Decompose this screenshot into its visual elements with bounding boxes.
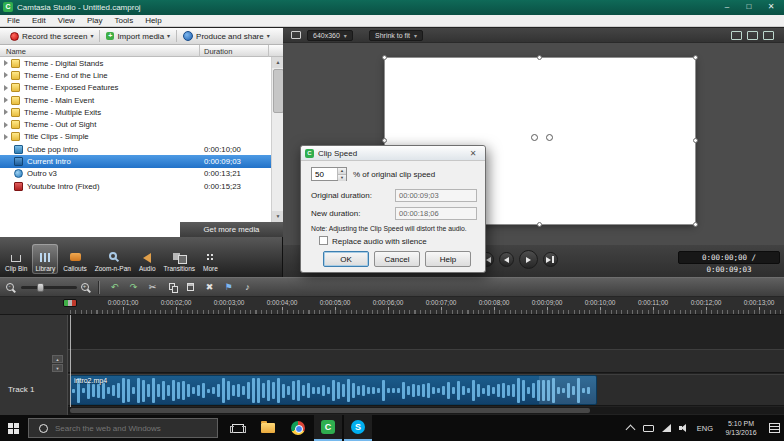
fullscreen-icon[interactable] — [763, 31, 774, 40]
tab-clip-bin[interactable]: Clip Bin — [2, 244, 30, 274]
editing-dimensions-dropdown[interactable]: 640x360 ▾ — [307, 30, 353, 41]
rotate-handle[interactable] — [546, 134, 553, 141]
resize-handle[interactable] — [693, 55, 698, 60]
library-item[interactable]: Youtube Intro (Fixed)0:00:15;23 — [0, 180, 271, 192]
dialog-close-icon[interactable]: ✕ — [466, 148, 480, 159]
zoom-in-icon[interactable]: + — [81, 283, 89, 291]
touch-keyboard-button[interactable] — [640, 415, 656, 441]
dialog-title-bar[interactable]: C Clip Speed ✕ — [301, 146, 485, 161]
undo-icon[interactable]: ↶ — [106, 280, 123, 295]
menu-help[interactable]: Help — [145, 16, 161, 25]
action-center-button[interactable] — [766, 415, 782, 441]
timeline-clip[interactable]: intro2.mp4 — [70, 375, 597, 405]
expand-icon[interactable] — [4, 72, 8, 78]
tab-callouts[interactable]: Callouts — [60, 244, 89, 274]
library-item[interactable]: Theme - Digital Stands — [0, 57, 271, 69]
tab-more[interactable]: More — [200, 244, 221, 274]
tray-expand-button[interactable] — [622, 415, 638, 441]
spin-down-icon[interactable]: ▼ — [338, 175, 346, 181]
library-item[interactable]: Outro v30:00:13;21 — [0, 168, 271, 180]
cancel-button[interactable]: Cancel — [374, 251, 420, 267]
library-item[interactable]: Theme - Out of Sight — [0, 118, 271, 130]
record-screen-button[interactable]: Record the screen ▾ — [5, 29, 98, 44]
replace-audio-checkbox[interactable] — [319, 236, 328, 245]
track-expand-icon[interactable]: ▲ — [52, 355, 63, 363]
marker-icon[interactable]: ⚑ — [220, 280, 237, 295]
zoom-slider[interactable] — [21, 286, 77, 289]
tab-transitions[interactable]: Transitions — [161, 244, 199, 274]
track-lane-empty[interactable] — [68, 349, 784, 373]
track-collapse-icon[interactable]: ▼ — [52, 364, 63, 372]
step-back-button[interactable] — [499, 252, 514, 267]
playhead-handle[interactable] — [63, 299, 77, 307]
detach-preview-icon[interactable] — [731, 31, 742, 40]
audio-note-icon[interactable]: ♪ — [239, 280, 256, 295]
resize-handle[interactable] — [382, 138, 387, 143]
help-button[interactable]: Help — [425, 251, 471, 267]
timeline-hscrollbar[interactable] — [68, 407, 784, 414]
expand-icon[interactable] — [4, 97, 8, 103]
camtasia-taskbar-button[interactable]: C — [314, 415, 342, 441]
language-indicator[interactable]: ENG — [694, 415, 716, 441]
file-explorer-button[interactable] — [254, 415, 282, 441]
library-scrollbar[interactable]: ▲ ▼ — [271, 57, 283, 222]
library-item[interactable]: Cube pop intro0:00:10;00 — [0, 143, 271, 155]
tab-audio[interactable]: Audio — [136, 244, 159, 274]
library-item[interactable]: Theme - Main Event — [0, 94, 271, 106]
expand-icon[interactable] — [4, 109, 8, 115]
redo-icon[interactable]: ↷ — [125, 280, 142, 295]
task-view-button[interactable] — [224, 415, 252, 441]
library-item[interactable]: Title Clips - Simple — [0, 131, 271, 143]
zoom-out-icon[interactable]: - — [6, 283, 14, 291]
close-button[interactable]: ✕ — [760, 0, 782, 14]
delete-icon[interactable]: ✖ — [201, 280, 218, 295]
chrome-button[interactable] — [284, 415, 312, 441]
speed-spinner[interactable]: ▲ ▼ — [311, 167, 347, 181]
menu-view[interactable]: View — [58, 16, 75, 25]
resize-handle[interactable] — [693, 138, 698, 143]
spin-up-icon[interactable]: ▲ — [338, 168, 346, 175]
view-mode-dropdown[interactable]: Shrink to fit ▾ — [369, 30, 423, 41]
expand-icon[interactable] — [4, 60, 8, 66]
menu-tools[interactable]: Tools — [114, 16, 133, 25]
get-more-media-button[interactable]: Get more media — [180, 222, 283, 237]
taskbar-search[interactable] — [28, 418, 218, 438]
library-item[interactable]: Theme - Multiple Exits — [0, 106, 271, 118]
expand-icon[interactable] — [4, 134, 8, 140]
center-handle[interactable] — [531, 134, 538, 141]
split-icon[interactable] — [163, 280, 180, 295]
duration-column-header[interactable]: Duration — [204, 47, 232, 56]
speed-input[interactable] — [312, 168, 337, 180]
ok-button[interactable]: OK — [323, 251, 369, 267]
minimize-button[interactable]: – — [716, 0, 738, 14]
paste-icon[interactable] — [182, 280, 199, 295]
selection-out-handle[interactable] — [72, 300, 76, 306]
resize-handle[interactable] — [382, 55, 387, 60]
import-media-button[interactable]: + Import media ▾ — [101, 29, 175, 44]
play-button[interactable] — [519, 250, 538, 269]
start-button[interactable] — [0, 415, 26, 441]
expand-icon[interactable] — [4, 122, 8, 128]
menu-play[interactable]: Play — [87, 16, 103, 25]
library-item[interactable]: Theme - End of the Line — [0, 69, 271, 81]
library-item[interactable]: Theme - Exposed Features — [0, 82, 271, 94]
hscrollbar-thumb[interactable] — [70, 408, 590, 413]
zoom-slider-thumb[interactable] — [37, 283, 44, 292]
skype-button[interactable]: S — [344, 415, 372, 441]
library-item-selected[interactable]: Current Intro0:00:09;03 — [0, 155, 271, 167]
menu-edit[interactable]: Edit — [32, 16, 46, 25]
timeline-ruler[interactable]: 0:00:01;000:00:02;000:00:03;000:00:04;00… — [0, 297, 784, 315]
resize-handle[interactable] — [693, 222, 698, 227]
tab-library[interactable]: Library — [32, 244, 58, 274]
step-forward-button[interactable] — [543, 252, 558, 267]
clock[interactable]: 5:10 PM 9/13/2016 — [718, 415, 764, 441]
resize-handle[interactable] — [537, 222, 542, 227]
cut-icon[interactable]: ✂ — [144, 280, 161, 295]
menu-file[interactable]: File — [7, 16, 20, 25]
network-button[interactable] — [658, 415, 674, 441]
resize-handle[interactable] — [537, 55, 542, 60]
expand-icon[interactable] — [4, 85, 8, 91]
volume-button[interactable] — [676, 415, 692, 441]
name-column-header[interactable]: Name — [6, 47, 26, 56]
tab-zoom-n-pan[interactable]: Zoom-n-Pan — [92, 244, 134, 274]
